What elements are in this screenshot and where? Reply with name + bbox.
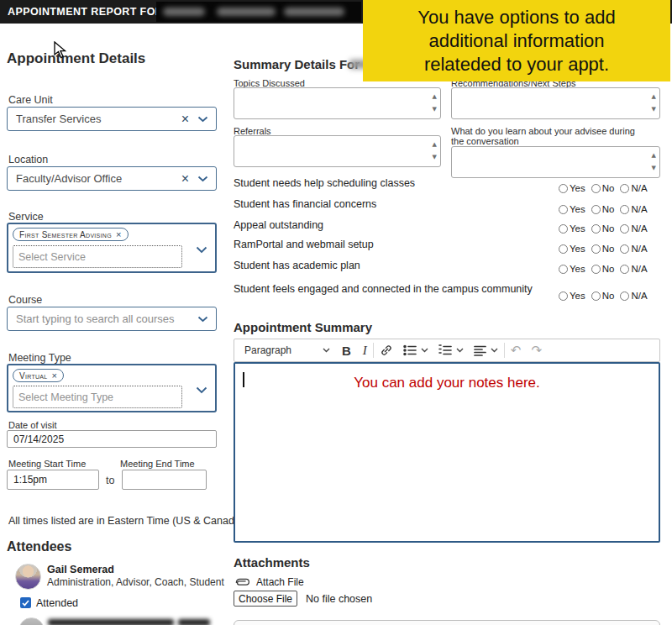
radio-no[interactable] <box>591 184 601 193</box>
chevron-down-icon[interactable] <box>196 176 216 182</box>
radio-no[interactable] <box>591 244 601 254</box>
radio-group: Yes No N/A <box>559 183 648 193</box>
meeting-type-multiselect[interactable]: Virtual × Select Meeting Type <box>7 364 217 412</box>
radio-label: N/A <box>631 244 647 254</box>
care-unit-select[interactable]: Transfer Services × <box>7 107 217 131</box>
attach-file-label: Attach File <box>256 576 304 588</box>
choose-file-label: Choose File <box>239 593 292 605</box>
attach-file-row[interactable]: Attach File <box>234 576 304 588</box>
spinner-down-icon[interactable]: ▼ <box>652 107 656 113</box>
attendee-avatar <box>15 564 41 590</box>
choose-file-button[interactable]: Choose File <box>234 591 297 607</box>
radio-label: No <box>602 183 615 193</box>
service-selected-pill[interactable]: First Semester Advising × <box>13 228 129 241</box>
attendee-name: Gail Semerad <box>47 564 114 575</box>
redaction-blur <box>284 8 344 16</box>
advisee-question-label: What do you learn about your advisee dur… <box>451 126 648 146</box>
link-icon[interactable] <box>380 344 393 357</box>
attachments-dropzone-partial <box>234 620 660 625</box>
callout-line: additional information <box>428 29 604 53</box>
meeting-type-selected-pill[interactable]: Virtual × <box>13 369 64 382</box>
care-unit-value: Transfer Services <box>8 113 175 125</box>
meeting-type-pill-text: Virtual <box>19 371 48 381</box>
radio-yes[interactable] <box>559 291 568 301</box>
chevron-down-icon[interactable] <box>194 386 215 394</box>
date-of-visit-input[interactable]: 07/14/2025 <box>7 430 217 448</box>
chevron-down-icon[interactable] <box>196 116 216 123</box>
spinner-up-icon[interactable]: ▲ <box>652 94 656 100</box>
radio-na[interactable] <box>620 224 629 234</box>
recommendations-textarea[interactable]: ▲ ▼ <box>451 87 660 119</box>
remove-pill-x-icon[interactable]: × <box>52 370 58 381</box>
radio-no[interactable] <box>591 265 601 274</box>
redaction-blur <box>217 8 276 16</box>
chevron-down-icon[interactable] <box>421 348 428 353</box>
chevron-down-icon[interactable] <box>194 246 215 254</box>
bold-button[interactable]: B <box>342 344 351 358</box>
callout-line: You have options to add <box>417 6 615 29</box>
page-title: APPOINTMENT REPORT FOR <box>0 6 163 18</box>
service-search-input[interactable]: Select Service <box>13 245 182 268</box>
radio-label: No <box>602 264 615 274</box>
radio-na[interactable] <box>620 265 629 274</box>
radio-no[interactable] <box>591 205 601 214</box>
service-placeholder: Select Service <box>13 251 86 263</box>
radio-na[interactable] <box>620 244 629 254</box>
appointment-report-page: APPOINTMENT REPORT FOR You have options … <box>0 0 672 625</box>
service-multiselect[interactable]: First Semester Advising × Select Service <box>7 223 217 273</box>
align-text-icon[interactable] <box>474 345 486 356</box>
spinner-down-icon[interactable]: ▼ <box>433 107 437 113</box>
radio-no[interactable] <box>591 291 601 301</box>
redo-icon[interactable]: ↷ <box>531 343 542 358</box>
radio-label: No <box>602 223 615 234</box>
date-of-visit-label: Date of visit <box>8 420 56 430</box>
remove-pill-x-icon[interactable]: × <box>116 229 122 239</box>
spinner-down-icon[interactable]: ▼ <box>652 165 656 171</box>
course-select[interactable]: Start typing to search all courses <box>7 307 217 331</box>
meeting-type-search-input[interactable]: Select Meeting Type <box>13 386 182 408</box>
toolbar-divider <box>504 343 505 358</box>
radio-no[interactable] <box>591 224 601 234</box>
radio-yes[interactable] <box>559 205 568 214</box>
italic-button[interactable]: I <box>363 344 367 358</box>
service-pill-text: First Semester Advising <box>19 230 112 239</box>
chevron-down-icon[interactable] <box>491 348 498 353</box>
attachments-heading: Attachments <box>234 555 310 570</box>
radio-na[interactable] <box>620 291 629 301</box>
spinner-up-icon[interactable]: ▲ <box>433 142 437 148</box>
spinner-down-icon[interactable]: ▼ <box>433 155 437 160</box>
undo-icon[interactable]: ↶ <box>511 343 522 358</box>
appointment-details-heading: Appointment Details <box>7 50 145 67</box>
radio-label: Yes <box>570 204 585 214</box>
chevron-down-icon[interactable] <box>323 348 330 353</box>
chevron-down-icon[interactable] <box>456 348 464 353</box>
advisee-textarea[interactable]: ▲ ▼ <box>451 146 660 178</box>
radio-yes[interactable] <box>559 224 568 234</box>
bullet-list-icon[interactable] <box>403 344 417 356</box>
radio-label: Yes <box>570 183 585 193</box>
radio-yes[interactable] <box>559 184 568 193</box>
radio-label: Yes <box>570 244 585 254</box>
paragraph-style-dropdown[interactable]: Paragraph <box>244 344 318 356</box>
meeting-end-time-input[interactable] <box>122 470 207 490</box>
chevron-down-icon[interactable] <box>196 316 216 323</box>
location-value: Faculty/Advisor Office <box>8 172 175 185</box>
radio-na[interactable] <box>620 205 629 214</box>
radio-na[interactable] <box>620 184 629 193</box>
numbered-list-icon[interactable] <box>438 344 452 356</box>
annotation-callout: You have options to add additional infor… <box>363 0 670 81</box>
spinner-up-icon[interactable]: ▲ <box>652 153 656 159</box>
clear-x-icon[interactable]: × <box>175 172 196 186</box>
attended-checkbox[interactable] <box>20 597 31 608</box>
location-select[interactable]: Faculty/Advisor Office × <box>7 166 217 191</box>
radio-yes[interactable] <box>559 265 568 274</box>
referrals-textarea[interactable]: ▲ ▼ <box>234 135 441 167</box>
radio-yes[interactable] <box>559 244 568 254</box>
clear-x-icon[interactable]: × <box>175 113 196 126</box>
topics-discussed-textarea[interactable]: ▲ ▼ <box>234 87 441 119</box>
spinner-up-icon[interactable]: ▲ <box>433 94 437 100</box>
appointment-summary-editor[interactable]: You can add your notes here. <box>234 362 660 543</box>
mouse-cursor-icon <box>54 41 68 60</box>
meeting-start-time-input[interactable]: 1:15pm <box>7 470 99 490</box>
attendees-heading: Attendees <box>7 539 71 554</box>
